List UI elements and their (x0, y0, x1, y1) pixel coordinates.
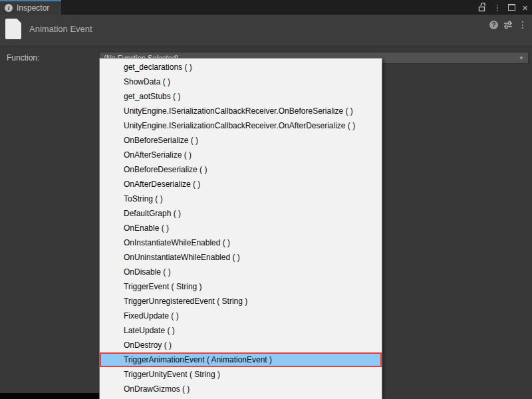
dropdown-item[interactable]: TriggerUnityEvent ( String ) (100, 367, 382, 382)
dropdown-item[interactable]: OnAfterDeserialize ( ) (100, 177, 382, 192)
dropdown-item[interactable]: FixedUpdate ( ) (100, 309, 382, 323)
titlebar-icons: ⋮ × (477, 0, 528, 15)
titlebar-kebab-icon[interactable]: ⋮ (493, 3, 501, 12)
component-header: Animation Event ? ⋮ (0, 15, 532, 47)
dropdown-item[interactable]: UnityEngine.ISerializationCallbackReceiv… (100, 118, 382, 133)
dropdown-item[interactable]: OnUninstantiateWhileEnabled ( ) (100, 250, 382, 265)
dropdown-item[interactable]: OnDisable ( ) (100, 265, 382, 279)
info-icon: i (5, 4, 13, 12)
dropdown-item[interactable]: TriggerUnregisteredEvent ( String ) (100, 294, 382, 309)
maximize-icon[interactable] (508, 4, 515, 11)
dropdown-item[interactable]: get_declarations ( ) (100, 60, 382, 74)
help-icon[interactable]: ? (489, 21, 498, 29)
dropdown-item[interactable]: ShowData ( ) (100, 74, 382, 89)
dropdown-item[interactable]: UnityEngine.ISerializationCallbackReceiv… (100, 104, 382, 118)
window-bottom-edge (0, 393, 99, 399)
unlock-icon[interactable] (477, 3, 486, 12)
presets-icon[interactable] (503, 21, 513, 29)
dropdown-item[interactable]: OnEnable ( ) (100, 221, 382, 235)
dropdown-item[interactable]: OnAfterSerialize ( ) (100, 148, 382, 162)
chevron-down-icon: ▼ (519, 55, 524, 61)
header-kebab-icon[interactable]: ⋮ (518, 20, 527, 29)
dropdown-item[interactable]: OnBeforeSerialize ( ) (100, 133, 382, 148)
dropdown-item[interactable]: TriggerEvent ( String ) (100, 279, 382, 294)
document-icon (5, 19, 21, 39)
dropdown-item[interactable]: ToString ( ) (100, 192, 382, 206)
function-label: Function: (7, 53, 39, 63)
dropdown-item[interactable]: OnBeforeDeserialize ( ) (100, 162, 382, 177)
dropdown-item[interactable]: OnDrawGizmos ( ) (100, 382, 382, 396)
close-icon[interactable]: × (522, 3, 528, 13)
dropdown-item[interactable]: OnInstantiateWhileEnabled ( ) (100, 235, 382, 250)
dropdown-item[interactable]: DefaultGraph ( ) (100, 206, 382, 221)
tab-inspector[interactable]: i Inspector (0, 0, 61, 15)
component-title: Animation Event (29, 24, 92, 34)
dropdown-item[interactable]: OnDestroy ( ) (100, 338, 382, 352)
header-icons: ? ⋮ (489, 20, 527, 29)
titlebar: i Inspector ⋮ × (0, 0, 532, 15)
dropdown-item[interactable]: get_aotStubs ( ) (100, 89, 382, 104)
dropdown-item[interactable]: LateUpdate ( ) (100, 323, 382, 338)
tab-label: Inspector (17, 3, 49, 13)
dropdown-item-highlighted[interactable]: TriggerAnimationEvent ( AnimationEvent ) (100, 352, 382, 367)
function-dropdown-menu: get_declarations ( )ShowData ( )get_aotS… (99, 58, 382, 399)
